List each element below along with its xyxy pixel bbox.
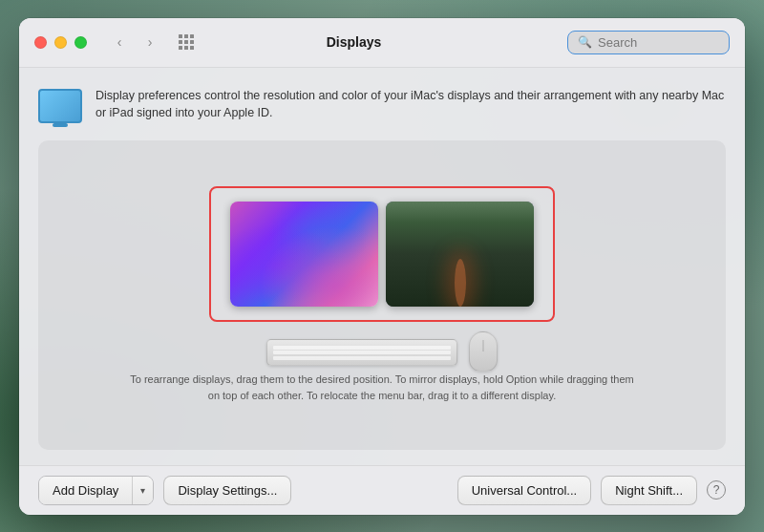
chevron-left-icon: ‹ [117, 34, 122, 50]
bottom-bar: Add Display ▾ Display Settings... Univer… [19, 465, 745, 515]
displays-container [209, 186, 555, 322]
keyboard-icon [266, 339, 457, 366]
traffic-lights [34, 36, 87, 49]
search-input[interactable] [598, 35, 719, 50]
arrangement-area: To rearrange displays, drag them to the … [38, 140, 726, 450]
add-display-dropdown[interactable]: ▾ [132, 477, 153, 504]
mouse-icon [469, 331, 498, 372]
night-shift-button[interactable]: Night Shift... [601, 476, 697, 505]
keyboard-mouse-illustration [266, 326, 498, 366]
window-title: Displays [152, 34, 556, 50]
search-icon: 🔍 [578, 35, 592, 49]
help-button[interactable]: ? [707, 480, 726, 500]
display-settings-button[interactable]: Display Settings... [163, 476, 291, 505]
display-icon [38, 89, 82, 123]
search-bar[interactable]: 🔍 [567, 31, 730, 54]
rearrange-instructions: To rearrange displays, drag them to the … [124, 372, 640, 403]
main-content: Display preferences control the resoluti… [19, 68, 745, 465]
key-rows [273, 346, 451, 360]
maximize-button[interactable] [74, 36, 87, 49]
secondary-display[interactable] [386, 202, 534, 307]
info-text: Display preferences control the resoluti… [96, 87, 726, 123]
chevron-down-icon: ▾ [140, 485, 145, 496]
keyboard-area: To rearrange displays, drag them to the … [124, 326, 640, 403]
close-button[interactable] [34, 36, 47, 49]
add-display-button[interactable]: Add Display [39, 477, 132, 504]
minimize-button[interactable] [54, 36, 67, 49]
titlebar: ‹ › Displays 🔍 [19, 18, 745, 68]
universal-control-button[interactable]: Universal Control... [457, 476, 592, 505]
info-banner: Display preferences control the resoluti… [38, 83, 726, 127]
add-display-group: Add Display ▾ [38, 476, 154, 505]
back-button[interactable]: ‹ [106, 29, 133, 55]
displays-window: ‹ › Displays 🔍 Display preferences contr… [19, 18, 745, 515]
primary-display[interactable] [230, 202, 378, 307]
